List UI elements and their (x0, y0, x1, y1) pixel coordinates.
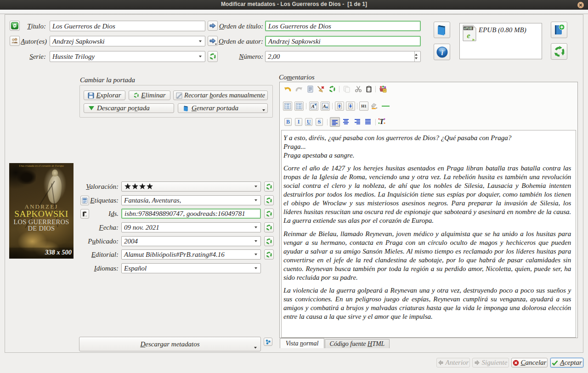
svg-text:A: A (322, 104, 326, 109)
svg-text:ePUB: ePUB (464, 27, 472, 30)
svg-text:A: A (311, 104, 315, 109)
svg-text:T: T (379, 118, 384, 125)
svg-text:e: e (467, 31, 470, 40)
